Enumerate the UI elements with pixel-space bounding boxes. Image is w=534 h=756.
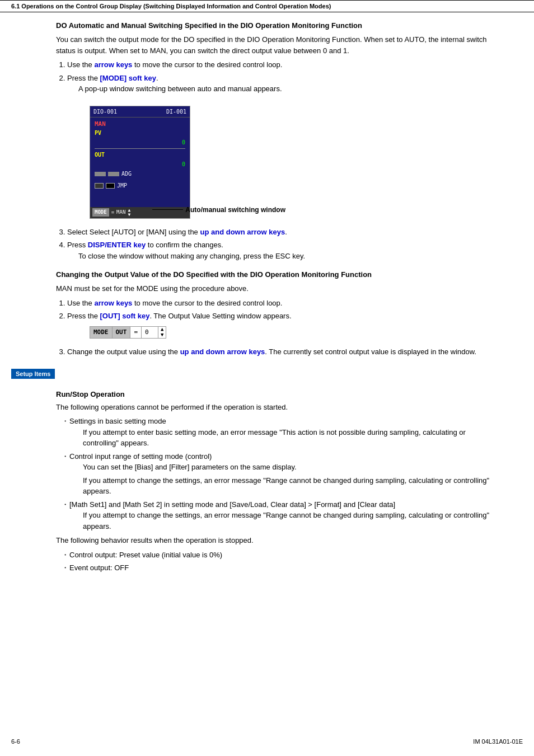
dio-pv-value: 0 xyxy=(182,138,185,147)
main-content: DO Automatic and Manual Switching Specif… xyxy=(45,21,512,358)
dio-out-value: 0 xyxy=(182,160,185,168)
s2-step2-end: . The Output Value Setting window appear… xyxy=(149,312,291,320)
mode-out-bar: MODE OUT = 0 ▲ ▼ xyxy=(90,326,166,339)
step-2: Press the [MODE] soft key. A pop-up wind… xyxy=(67,73,500,223)
bullet2-item-0: Control output: Preset value (initial va… xyxy=(62,550,500,561)
dio-out-val-row: 0 xyxy=(95,160,185,168)
s2-step1-link: arrow keys xyxy=(94,299,132,307)
bullet-main-1: Control input range of setting mode (con… xyxy=(69,452,212,461)
dio-sep1 xyxy=(95,148,185,149)
setup-para2: The following behavior results when the … xyxy=(56,535,500,546)
bullet-sub-0: If you attempt to enter basic setting mo… xyxy=(83,427,500,449)
bullet2-main-1: Event output: OFF xyxy=(69,564,129,572)
section1-steps-cont: Select Select [AUTO] or [MAN] using the … xyxy=(67,227,500,262)
dio-adg-row: ADG xyxy=(95,170,185,178)
setup-bullets2: Control output: Preset value (initial va… xyxy=(62,550,500,574)
setup-content: Run/Stop Operation The following operati… xyxy=(45,390,512,574)
header-bar: 6.1 Operations on the Control Group Disp… xyxy=(0,0,534,12)
dio-eq: = xyxy=(111,209,114,217)
bullet-main-2: [Math Set1] and [Math Set 2] in setting … xyxy=(69,500,395,509)
val-cell: 0 xyxy=(142,327,158,339)
dio-man-val: MAN xyxy=(116,209,125,217)
dio-jmp-block1 xyxy=(95,183,104,189)
out-cell: OUT xyxy=(113,327,131,339)
footer: 6-6 IM 04L31A01-01E xyxy=(0,738,534,745)
dio-title-left: DIO-001 xyxy=(93,107,117,116)
s2-step3-text: Change the output value using the xyxy=(67,348,180,356)
s2-step3-end: . The currently set control output value… xyxy=(265,348,476,356)
s2-step1-text: Use the xyxy=(67,299,94,307)
section1-steps: Use the arrow keys to move the cursor to… xyxy=(67,59,500,223)
dio-window: DIO-001 DI-001 MAN PV 0 xyxy=(90,106,190,219)
bullet-sub-1b: If you attempt to change the settings, a… xyxy=(83,475,500,497)
setup-items-section: Setup Items Run/Stop Operation The follo… xyxy=(0,369,534,574)
setup-para1: The following operations cannot be perfo… xyxy=(56,402,500,413)
bullet2-main-0: Control output: Preset value (initial va… xyxy=(69,551,222,559)
down-arrow-icon: ▼ xyxy=(128,213,130,217)
auto-manual-label: Auto/manual switching window xyxy=(185,205,285,215)
s2-step2-link: [OUT] soft key xyxy=(100,312,150,320)
mode-out-arrows: ▲ ▼ xyxy=(158,327,166,338)
setup-bullets: Settings in basic setting mode If you at… xyxy=(62,416,500,532)
dio-body: MAN PV 0 OUT xyxy=(90,118,190,207)
footer-left: 6-6 xyxy=(11,738,20,745)
step2-sub: A pop-up window switching between auto a… xyxy=(78,83,500,95)
step2-end: . xyxy=(156,74,158,82)
section1-title: DO Automatic and Manual Switching Specif… xyxy=(56,21,500,30)
setup-items-badge-container: Setup Items xyxy=(11,369,534,384)
step-3: Select Select [AUTO] or [MAN] using the … xyxy=(67,227,500,238)
dio-adg-bar2 xyxy=(108,172,119,176)
s2-step2-text: Press the xyxy=(67,312,100,320)
dio-arrows: ▲ ▼ xyxy=(128,208,130,217)
dio-out-row: OUT xyxy=(95,151,185,159)
dio-title-right: DI-001 xyxy=(166,107,186,116)
s2-step-1: Use the arrow keys to move the cursor to… xyxy=(67,298,500,309)
dio-pv-row: PV xyxy=(95,129,185,137)
mode-cell: MODE xyxy=(90,327,113,339)
dio-jmp-label: JMP xyxy=(117,181,127,190)
bullet-item-1: Control input range of setting mode (con… xyxy=(62,451,500,497)
dio-pv-val-row: 0 xyxy=(95,138,185,147)
step-4: Press DISP/ENTER key to confirm the chan… xyxy=(67,240,500,261)
bullet-sub-2: If you attempt to change the settings, a… xyxy=(83,510,500,532)
section2-para1: MAN must be set for the MODE using the p… xyxy=(56,283,500,294)
dio-out-label: OUT xyxy=(95,151,105,159)
header-text: 6.1 Operations on the Control Group Disp… xyxy=(11,3,331,10)
bullet-sub-1a: You can set the [Bias] and [Filter] para… xyxy=(83,462,500,473)
dio-jmp-row: JMP xyxy=(95,181,185,190)
dio-mode-btn: MODE xyxy=(92,208,109,217)
dio-adg-bar1 xyxy=(95,172,106,176)
step3-text: Select Select [AUTO] or [MAN] using the xyxy=(67,228,200,236)
s2-step3-link: up and down arrow keys xyxy=(180,348,265,356)
auto-manual-label-line: Auto/manual switching window xyxy=(152,205,285,215)
s2-step-2: Press the [OUT] soft key. The Output Val… xyxy=(67,311,500,343)
section1-para1: You can switch the output mode for the D… xyxy=(56,34,500,56)
step-1: Use the arrow keys to move the cursor to… xyxy=(67,59,500,71)
dio-adg-label: ADG xyxy=(121,170,132,178)
down-arrow-icon2: ▼ xyxy=(161,332,163,338)
step3-link: up and down arrow keys xyxy=(200,228,285,236)
dio-jmp-block2 xyxy=(106,183,115,189)
step1-link: arrow keys xyxy=(94,60,132,69)
eq-cell: = xyxy=(130,327,142,339)
dio-title-bar: DIO-001 DI-001 xyxy=(90,106,190,118)
footer-right: IM 04L31A01-01E xyxy=(473,738,523,745)
step1-end: to move the cursor to the desired contro… xyxy=(132,60,282,69)
step4-sub: To close the window without making any c… xyxy=(78,251,500,262)
step3-end: . xyxy=(285,228,287,236)
page: 6.1 Operations on the Control Group Disp… xyxy=(0,0,534,756)
label-line xyxy=(152,209,183,210)
section2-title: Changing the Output Value of the DO Spec… xyxy=(56,270,500,279)
mode-out-bar-container: MODE OUT = 0 ▲ ▼ xyxy=(78,324,500,344)
step2-link: [MODE] soft key xyxy=(100,74,156,82)
dio-pv-label: PV xyxy=(95,129,101,137)
bullet-item-0: Settings in basic setting mode If you at… xyxy=(62,416,500,449)
setup-items-badge: Setup Items xyxy=(11,369,55,379)
dio-man-label: MAN xyxy=(95,120,185,129)
section2-steps: Use the arrow keys to move the cursor to… xyxy=(67,298,500,358)
step4-text: Press xyxy=(67,241,88,249)
bullet2-item-1: Event output: OFF xyxy=(62,562,500,574)
step4-end: to confirm the changes. xyxy=(146,241,223,249)
step2-text: Press the xyxy=(67,74,100,82)
s2-step-3: Change the output value using the up and… xyxy=(67,346,500,358)
